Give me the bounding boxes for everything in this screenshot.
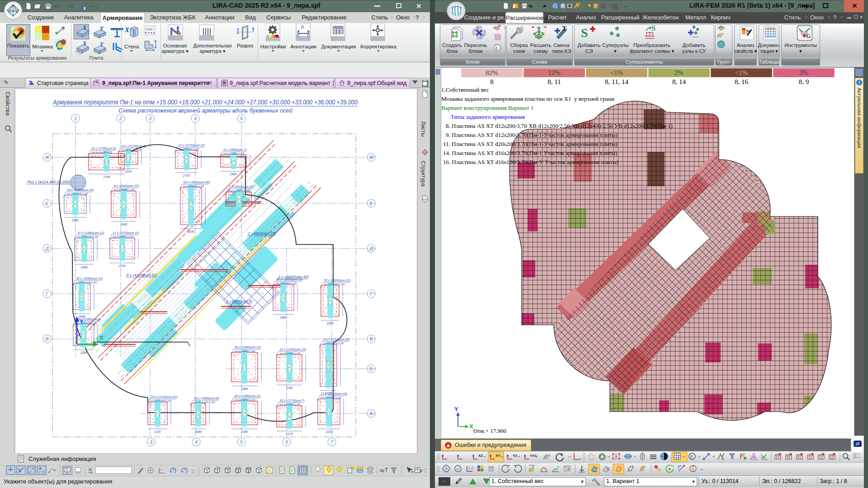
svg-text:Y: Y (80, 318, 84, 325)
svg-text:Армування перекриття Пм-1 на о: Армування перекриття Пм-1 на отм.+15.000… (52, 99, 358, 106)
svg-text:6: 6 (285, 439, 288, 445)
svg-text:2900: 2900 (279, 316, 287, 319)
svg-text:Е: Е (45, 201, 49, 206)
svg-text:длн.прутков400 ш.200: длн.прутков400 ш.200 (324, 283, 345, 286)
svg-text:Г: Г (370, 291, 373, 296)
svg-text:2380: 2380 (241, 430, 248, 433)
svg-text:длн.прутков400 ш.200: длн.прутков400 ш.200 (121, 149, 142, 151)
svg-text:Отм.+ 17.900: Отм.+ 17.900 (473, 427, 506, 434)
svg-text:S: S (651, 24, 656, 32)
svg-text:S: S (581, 26, 588, 40)
svg-text:82%: 82% (486, 69, 498, 76)
svg-text:12%: 12% (548, 69, 561, 76)
svg-text:E: E (690, 455, 693, 459)
svg-text:16. Пластина AS XT d16s100/3.7: 16. Пластина AS XT d16s100/3.70(Пм-У Уча… (443, 159, 618, 165)
svg-text:5: 5 (240, 116, 243, 121)
svg-text:Г: Г (46, 291, 49, 296)
svg-text:длн.прутков400 ш.200: длн.прутков400 ш.200 (229, 190, 250, 192)
svg-text:11. Пластина AS XT d20s200/3.7: 11. Пластина AS XT d20s200/3.70(Пм-1-Уча… (443, 141, 618, 147)
svg-text:длн.прутков400 ш.200: длн.прутков400 ш.200 (276, 282, 297, 285)
svg-text:11 L=2740(шт.9): 11 L=2740(шт.9) (91, 147, 116, 150)
svg-text:Д: Д (44, 246, 49, 251)
svg-text:Поз.1 (ø124,400 (ш.200): Поз.1 (ø124,400 (ш.200) (27, 180, 70, 184)
svg-text:14. Пластина AS XT d16s200/3.7: 14. Пластина AS XT d16s200/3.70(Пм-1 Уча… (443, 150, 617, 156)
svg-text:37 L=1480(шт.12): 37 L=1480(шт.12) (77, 231, 104, 235)
svg-text:30 L=2380(шт.11): 30 L=2380(шт.11) (234, 394, 261, 398)
svg-text:2260: 2260 (285, 386, 292, 389)
svg-text:Схема расположения верхней арм: Схема расположения верхней арматуры вдол… (118, 107, 292, 114)
svg-text:Ж: Ж (368, 155, 374, 160)
svg-text:длн.прутков400 ш.200: длн.прутков400 ш.200 (76, 282, 97, 284)
svg-text:2850: 2850 (229, 173, 236, 176)
svg-text:длн.прутков400 ш.200: длн.прутков400 ш.200 (194, 401, 215, 404)
svg-text:длн.прутков400 ш.200: длн.прутков400 ш.200 (279, 404, 301, 406)
svg-text:14 L=2220(шт.5): 14 L=2220(шт.5) (121, 145, 146, 148)
svg-text:max: max (146, 27, 152, 31)
svg-text:Е: Е (369, 201, 373, 206)
svg-text:XZ: XZ (478, 454, 483, 458)
svg-text:Y: Y (100, 41, 104, 47)
svg-text:Д: Д (368, 246, 373, 251)
svg-text:3: 3 (149, 116, 152, 121)
svg-text:длн.прутков400 ш.200: длн.прутков400 ш.200 (114, 189, 135, 191)
svg-text:Мозаика заданного армирования: Мозаика заданного армирования пластин по… (441, 95, 614, 102)
svg-text:G: G (806, 33, 811, 39)
svg-text:3040: 3040 (120, 223, 127, 226)
svg-text:24 L=1720(шт.15): 24 L=1720(шт.15) (322, 338, 349, 342)
svg-text:17 L=2720(шт.11): 17 L=2720(шт.11) (113, 231, 139, 235)
svg-text:<1%: <1% (735, 69, 748, 76)
svg-text:длн.прутков400 ш.200: длн.прутков400 ш.200 (113, 236, 134, 238)
svg-text:36 L=1680(шт.10): 36 L=1680(шт.10) (76, 277, 103, 281)
svg-text:длн.прутков400 ш.200: длн.прутков400 ш.200 (323, 343, 344, 345)
svg-text:29 L=2480(шт.10): 29 L=2480(шт.10) (66, 188, 94, 192)
svg-text:Y: Y (100, 25, 104, 32)
svg-text:18 L=2630(шт.38): 18 L=2630(шт.38) (183, 181, 210, 184)
svg-text:1.2: 1.2 (489, 465, 493, 469)
svg-text:4: 4 (194, 116, 197, 121)
svg-text:длн.прутков400 ш.200: длн.прутков400 ш.200 (279, 352, 301, 355)
svg-text:22 L=2220(шт.10): 22 L=2220(шт.10) (320, 392, 347, 396)
svg-text:X: X (99, 334, 104, 341)
svg-text:9 L=2850(шт.7): 9 L=2850(шт.7) (223, 148, 246, 152)
svg-text:5: 5 (240, 439, 243, 445)
svg-text:33 L=2170(шт.7): 33 L=2170(шт.7) (279, 399, 304, 403)
svg-text:1,2: 1,2 (468, 466, 474, 470)
svg-text:9. Пластина AS XT d12s200/3.70: 9. Пластина AS XT d12s200/3.70(Пм-1-Учас… (446, 131, 618, 138)
svg-text:1: 1 (74, 116, 77, 121)
svg-text:6 L=4120(шт.51): 6 L=4120(шт.51) (127, 273, 157, 277)
svg-text:длн.прутков400 ш.200: длн.прутков400 ш.200 (183, 185, 204, 188)
svg-text:длн.прутков400 ш.200: длн.прутков400 ш.200 (223, 153, 245, 155)
svg-text:2720: 2720 (182, 174, 189, 177)
svg-text:X: X (124, 26, 130, 33)
svg-text:36 L=1680(шт.8): 36 L=1680(шт.8) (194, 397, 219, 400)
svg-text:Б: Б (369, 366, 373, 371)
svg-text:длн.прутков400 ш.200: длн.прутков400 ш.200 (178, 148, 199, 150)
svg-text:Aa: Aa (613, 5, 618, 10)
svg-text:1 =4470(шт.5): 1 =4470(шт.5) (226, 299, 252, 304)
svg-text:4: 4 (195, 439, 198, 445)
svg-text:32 L=2260(шт.10): 32 L=2260(шт.10) (279, 348, 306, 352)
svg-text:2170: 2170 (285, 432, 292, 436)
svg-text:Y: Y (454, 406, 458, 413)
svg-text:А: А (369, 411, 373, 416)
svg-text:2720: 2720 (118, 264, 125, 267)
svg-text:XY: XY (495, 454, 500, 458)
svg-text:Типы заданного армирования: Типы заданного армирования (451, 113, 525, 120)
svg-text:X: X (82, 24, 87, 31)
svg-text:1480: 1480 (80, 266, 87, 269)
svg-text:1680: 1680 (195, 430, 202, 433)
svg-text:29 L=2480(шт.13): 29 L=2480(шт.13) (234, 346, 261, 349)
svg-text:№: № (380, 468, 385, 473)
svg-text:длн.прутков400 ш.200: длн.прутков400 ш.200 (91, 151, 113, 154)
svg-text:В: В (369, 336, 373, 342)
svg-text:2: 2 (119, 116, 122, 121)
svg-text:Si: Si (600, 3, 605, 9)
svg-text:длн.прутков400 ш.200: длн.прутков400 ш.200 (321, 397, 342, 399)
svg-text:2 =4510(шт.37): 2 =4510(шт.37) (247, 231, 276, 236)
svg-text:8: 8 (490, 78, 494, 85)
svg-text:17 L=2720(шт.21): 17 L=2720(шт.21) (178, 144, 205, 147)
svg-text:N: N (746, 28, 750, 35)
svg-text:X: X (173, 468, 175, 471)
svg-text:8, 14: 8, 14 (672, 78, 686, 85)
svg-text:1.Собственный вес: 1.Собственный вес (441, 86, 489, 93)
